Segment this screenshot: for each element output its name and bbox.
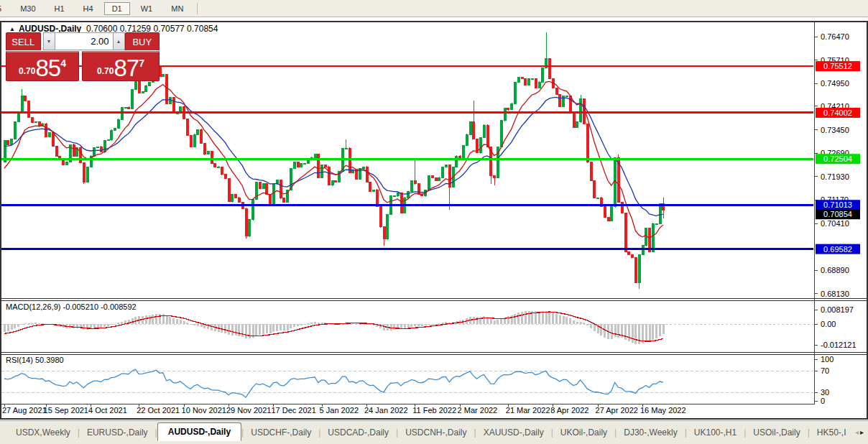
horizontal-levels[interactable] (1, 66, 813, 249)
svg-text:0.75512: 0.75512 (823, 62, 852, 70)
svg-text:0: 0 (821, 397, 825, 405)
tab-dj30-weekly[interactable]: DJ30-,Weekly (617, 425, 684, 440)
tab-usoil-daily[interactable]: USOil-,Daily (746, 425, 807, 440)
sell-price-pip: 4 (60, 57, 66, 69)
svg-text:11 Feb 2022: 11 Feb 2022 (412, 406, 456, 415)
tab-usdcnh-daily[interactable]: USDCNH-,Daily (398, 425, 474, 440)
svg-text:0.68890: 0.68890 (821, 266, 849, 274)
svg-text:16 May 2022: 16 May 2022 (640, 406, 686, 415)
svg-text:0.68130: 0.68130 (821, 290, 849, 298)
buy-price-pip: 7 (139, 57, 144, 69)
svg-text:0.00: 0.00 (821, 320, 836, 328)
tab-audusd-daily[interactable]: AUDUSD-,Daily (157, 422, 241, 441)
svg-text:0.70854: 0.70854 (823, 210, 852, 218)
tab-scroll-right-icon[interactable]: ▸ (860, 428, 865, 436)
svg-text:5 Jan 2022: 5 Jan 2022 (320, 406, 359, 415)
macd-panel: 0.0081970.00-0.012121 (1, 305, 857, 349)
tab-ukoil-daily[interactable]: UKOil-,Daily (553, 425, 614, 440)
svg-text:27 Apr 2022: 27 Apr 2022 (596, 406, 638, 415)
one-click-trade-panel: SELL ▼ ▲ BUY 0.70 85 4 0.70 87 7 (6, 32, 160, 81)
svg-text:0.72504: 0.72504 (823, 154, 852, 163)
buy-price-display[interactable]: 0.70 87 7 (82, 51, 160, 81)
sell-price-prefix: 0.70 (19, 66, 35, 76)
mt4-window: 5M30H1H4D1W1MN 0.764700.757100.749500.74… (0, 0, 868, 444)
buy-price-prefix: 0.70 (97, 66, 114, 76)
svg-text:0.74950: 0.74950 (821, 79, 849, 88)
tab-usdcad-daily[interactable]: USDCAD-,Daily (320, 425, 396, 440)
svg-text:-0.012121: -0.012121 (821, 341, 857, 349)
volume-increase-icon[interactable]: ▲ (113, 32, 125, 50)
svg-text:24 Jan 2022: 24 Jan 2022 (364, 406, 408, 415)
tab-scroll-arrows[interactable]: ◂▸ (855, 428, 865, 436)
chart-tabs-bar: USDX,Weekly|EURUSD-,Daily|AUDUSD-,Daily|… (0, 420, 868, 444)
sell-price-big: 85 (35, 57, 60, 79)
tab-xauusd-daily[interactable]: XAUUSD-,Daily (476, 425, 551, 440)
svg-text:22 Oct 2021: 22 Oct 2021 (137, 406, 180, 415)
svg-text:21 Mar 2022: 21 Mar 2022 (506, 406, 550, 415)
buy-button[interactable]: BUY (125, 32, 160, 50)
svg-text:100: 100 (821, 355, 834, 364)
tab-uk100-h1[interactable]: UK100-,H1 (687, 425, 744, 440)
svg-text:15 Sep 2021: 15 Sep 2021 (44, 406, 88, 415)
collapse-panel-icon[interactable]: ▲ (9, 26, 15, 32)
volume-decrease-icon[interactable]: ▼ (43, 32, 55, 50)
volume-input[interactable] (55, 32, 113, 50)
svg-text:8 Apr 2022: 8 Apr 2022 (550, 406, 588, 415)
macd-indicator-label: MACD(12,26,9) -0.005210 -0.008592 (6, 302, 137, 311)
buy-price-big: 87 (114, 57, 139, 79)
svg-text:27 Aug 2021: 27 Aug 2021 (2, 406, 47, 415)
svg-text:0.008197: 0.008197 (821, 305, 854, 314)
svg-text:17 Dec 2021: 17 Dec 2021 (271, 406, 315, 415)
rsi-panel: 10070300 (1, 355, 834, 405)
sell-price-display[interactable]: 0.70 85 4 (6, 51, 79, 81)
time-axis: 27 Aug 202115 Sep 20214 Oct 202122 Oct 2… (2, 404, 686, 415)
svg-text:30: 30 (821, 388, 829, 397)
svg-text:29 Nov 2021: 29 Nov 2021 (226, 406, 271, 415)
svg-text:4 Oct 2021: 4 Oct 2021 (88, 406, 127, 415)
svg-text:2 Mar 2022: 2 Mar 2022 (458, 406, 498, 415)
tab-usdchf-daily[interactable]: USDCHF-,Daily (244, 425, 318, 440)
tab-eurusd-daily[interactable]: EURUSD-,Daily (80, 425, 155, 440)
svg-text:0.73450: 0.73450 (821, 126, 849, 134)
svg-text:0.71930: 0.71930 (821, 172, 849, 181)
rsi-indicator-label: RSI(14) 50.3980 (6, 356, 64, 364)
svg-text:0.70410: 0.70410 (821, 219, 849, 228)
svg-text:70: 70 (821, 366, 829, 375)
volume-stepper: ▼ ▲ (43, 32, 125, 50)
tab-usdx-weekly[interactable]: USDX,Weekly (9, 425, 78, 440)
svg-text:0.71013: 0.71013 (823, 200, 852, 209)
svg-text:0.76470: 0.76470 (821, 32, 849, 41)
svg-text:0.74002: 0.74002 (823, 108, 852, 117)
sell-button[interactable]: SELL (6, 32, 41, 50)
tab-hk50-i[interactable]: HK50-,I (810, 425, 854, 440)
svg-text:0.69582: 0.69582 (823, 245, 852, 254)
tab-scroll-left-icon[interactable]: ◂ (855, 428, 860, 436)
svg-text:10 Nov 2021: 10 Nov 2021 (182, 406, 226, 415)
